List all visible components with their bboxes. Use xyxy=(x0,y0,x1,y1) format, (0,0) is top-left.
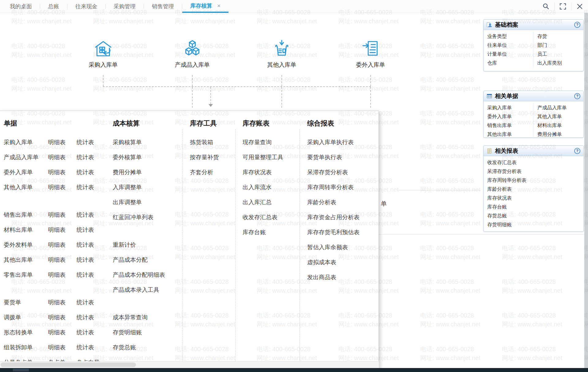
menu-link[interactable]: 齐套分析 xyxy=(190,165,235,180)
tab-sales-management[interactable]: 销售管理 xyxy=(144,0,182,13)
flow-item-outsourcing-inbound[interactable]: 委外入库单 xyxy=(337,39,404,69)
close-icon[interactable] xyxy=(571,0,588,13)
doc-sub-link[interactable]: 明细表 xyxy=(48,168,77,176)
menu-link[interactable]: 重新计价 xyxy=(113,237,182,252)
menu-link[interactable]: 库存存货毛利预估表 xyxy=(307,225,378,240)
help-icon[interactable]: ? xyxy=(574,22,580,28)
doc-name-link[interactable]: 其他出库单 xyxy=(4,256,48,264)
side-link[interactable]: 库龄分析表 xyxy=(487,185,583,194)
flow-item-other-inbound[interactable]: 其他入库单 xyxy=(248,39,315,69)
side-link[interactable]: 费用分摊单 xyxy=(537,130,584,139)
side-link[interactable]: 库存状况表 xyxy=(487,194,583,202)
menu-link[interactable]: 呆滞存货分析表 xyxy=(307,165,378,180)
side-link[interactable]: 部门 xyxy=(537,41,584,50)
side-link[interactable]: 存货明细账 xyxy=(487,220,583,229)
side-link[interactable]: 采购入库单 xyxy=(487,103,533,112)
doc-sub-link[interactable]: 统计表 xyxy=(77,241,105,249)
doc-sub-link[interactable]: 明细表 xyxy=(48,329,77,336)
flow-item-purchase-inbound[interactable]: 采购入库单 xyxy=(70,39,137,69)
doc-name-link[interactable]: 形态转换单 xyxy=(4,329,48,336)
close-tab-icon[interactable]: × xyxy=(217,0,221,12)
menu-link[interactable]: 库存台账 xyxy=(243,225,300,240)
doc-sub-link[interactable]: 明细表 xyxy=(48,241,77,249)
menu-link[interactable]: 出库调整单 xyxy=(113,195,182,210)
horizontal-scrollbar[interactable] xyxy=(0,361,379,368)
menu-link[interactable]: 产品成本分配 xyxy=(113,252,182,267)
menu-link[interactable]: 发出商品表 xyxy=(307,270,378,285)
doc-sub-link[interactable]: 明细表 xyxy=(48,226,77,234)
tab-inventory-accounting[interactable]: 库存核算× xyxy=(182,0,228,13)
menu-link[interactable]: 收发存汇总表 xyxy=(243,210,300,225)
side-link[interactable]: 存货总账 xyxy=(487,211,583,220)
menu-link[interactable]: 库存资金占用分析表 xyxy=(307,210,378,225)
side-link[interactable]: 计量单位 xyxy=(487,50,533,58)
side-link[interactable]: 员工 xyxy=(537,50,584,58)
menu-link[interactable]: 要货单执行表 xyxy=(307,150,378,165)
side-link[interactable]: 产成品入库单 xyxy=(537,103,584,112)
help-icon[interactable]: ? xyxy=(574,148,580,154)
menu-link[interactable]: 虚拟成本表 xyxy=(307,255,378,270)
menu-link[interactable]: 现存量查询 xyxy=(243,135,300,150)
doc-name-link[interactable]: 材料出库单 xyxy=(4,226,48,234)
search-icon[interactable] xyxy=(538,0,554,13)
side-link[interactable]: 仓库 xyxy=(487,58,533,67)
side-link[interactable]: 销售出库单 xyxy=(487,121,533,130)
side-link[interactable]: 出入库类别 xyxy=(537,58,584,67)
doc-sub-link[interactable]: 明细表 xyxy=(48,256,77,264)
side-link[interactable]: 其他入库单 xyxy=(537,112,584,121)
doc-sub-link[interactable]: 明细表 xyxy=(48,344,77,351)
menu-link[interactable]: 库龄分析表 xyxy=(307,195,378,210)
doc-sub-link[interactable]: 统计表 xyxy=(77,211,105,219)
tab-current-cash[interactable]: 往来现金 xyxy=(67,0,105,13)
doc-name-link[interactable]: 委外入库单 xyxy=(4,168,48,176)
tab-general-ledger[interactable]: 总账 xyxy=(40,0,67,13)
doc-sub-link[interactable]: 统计表 xyxy=(77,314,105,321)
menu-link[interactable]: 可用量整理工具 xyxy=(243,150,300,165)
menu-link[interactable]: 产品成本录入工具 xyxy=(113,282,182,297)
menu-link[interactable]: 入库调整单 xyxy=(113,180,182,195)
menu-link[interactable]: 拣货装箱 xyxy=(190,135,235,150)
doc-name-link[interactable]: 销售出库单 xyxy=(4,211,48,219)
menu-link[interactable]: 红蓝回冲单列表 xyxy=(113,210,182,225)
doc-sub-link[interactable]: 明细表 xyxy=(48,138,77,146)
menu-link[interactable]: 暂估入库余额表 xyxy=(307,240,378,255)
doc-sub-link[interactable]: 统计表 xyxy=(77,138,105,146)
side-link[interactable]: 其他出库单 xyxy=(487,130,533,139)
doc-sub-link[interactable]: 统计表 xyxy=(77,168,105,176)
doc-sub-link[interactable]: 明细表 xyxy=(48,314,77,321)
doc-sub-link[interactable]: 明细表 xyxy=(48,299,77,306)
side-link[interactable]: 往来单位 xyxy=(487,41,533,50)
doc-sub-link[interactable]: 明细表 xyxy=(48,183,77,191)
menu-link[interactable]: 库存周转率分析表 xyxy=(307,180,378,195)
side-link[interactable]: 材料出库单 xyxy=(537,121,584,130)
tab-purchase-management[interactable]: 采购管理 xyxy=(106,0,144,13)
doc-sub-link[interactable]: 统计表 xyxy=(77,153,105,161)
side-link[interactable]: 库存台账 xyxy=(487,202,583,211)
doc-sub-link[interactable]: 统计表 xyxy=(77,344,105,351)
doc-name-link[interactable]: 要货单 xyxy=(4,299,48,306)
vertical-scrollbar-strip[interactable] xyxy=(584,13,588,368)
doc-sub-link[interactable]: 统计表 xyxy=(77,256,105,264)
side-link[interactable]: 呆滞存货分析表 xyxy=(487,167,583,176)
side-link[interactable]: 存货 xyxy=(537,32,584,41)
doc-name-link[interactable]: 其他入库单 xyxy=(4,183,48,191)
doc-sub-link[interactable]: 明细表 xyxy=(48,211,77,219)
menu-link[interactable]: 委外核算单 xyxy=(113,150,182,165)
doc-name-link[interactable]: 委外发料单 xyxy=(4,241,48,249)
doc-sub-link[interactable]: 统计表 xyxy=(77,183,105,191)
menu-link[interactable]: 存货总账 xyxy=(113,340,182,355)
doc-name-link[interactable]: 采购入库单 xyxy=(4,138,48,146)
scrollbar-thumb[interactable] xyxy=(1,363,136,367)
menu-link[interactable]: 出入库汇总 xyxy=(243,195,300,210)
doc-sub-link[interactable]: 统计表 xyxy=(77,329,105,336)
menu-link[interactable]: 成本异常查询 xyxy=(113,310,182,325)
menu-link[interactable]: 库存状况表 xyxy=(243,165,300,180)
doc-name-link[interactable]: 产成品入库单 xyxy=(4,153,48,161)
menu-link[interactable]: 出入库流水 xyxy=(243,180,300,195)
side-link[interactable]: 收发存汇总表 xyxy=(487,158,583,167)
menu-link[interactable]: 按存量补货 xyxy=(190,150,235,165)
help-icon[interactable]: ? xyxy=(574,93,580,99)
doc-sub-link[interactable]: 明细表 xyxy=(48,153,77,161)
menu-link[interactable]: 采购核算单 xyxy=(113,135,182,150)
doc-name-link[interactable]: 零售出库单 xyxy=(4,271,48,279)
